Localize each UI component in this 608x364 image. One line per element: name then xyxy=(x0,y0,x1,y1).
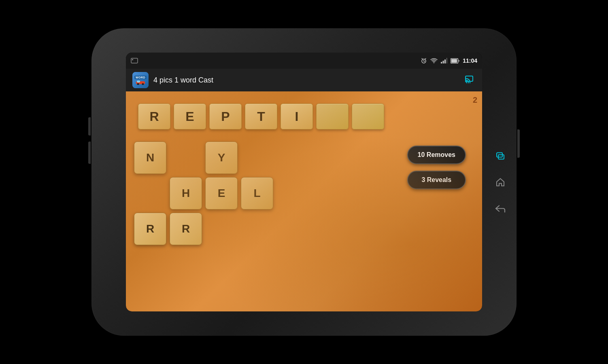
svg-rect-6 xyxy=(443,61,444,63)
status-right: 11:04 xyxy=(421,57,477,64)
battery-icon xyxy=(451,58,459,63)
home-icon[interactable] xyxy=(492,175,508,189)
status-left xyxy=(131,58,138,63)
nav-buttons-container xyxy=(492,149,508,216)
app-title: 4 pics 1 word Cast xyxy=(153,76,460,85)
alarm-icon xyxy=(421,57,427,64)
wifi-icon xyxy=(430,58,438,63)
status-bar: 11:04 xyxy=(126,53,482,69)
svg-rect-8 xyxy=(446,58,448,63)
letter-tile-h[interactable]: H xyxy=(170,177,202,210)
svg-rect-5 xyxy=(441,62,442,63)
status-time: 11:04 xyxy=(463,57,477,64)
svg-rect-2 xyxy=(131,58,138,63)
volume-up-button[interactable] xyxy=(88,117,91,135)
svg-rect-10 xyxy=(451,59,457,63)
volume-down-button[interactable] xyxy=(88,142,91,164)
svg-rect-3 xyxy=(132,59,133,60)
letter-tile-y[interactable]: Y xyxy=(205,142,238,174)
answer-tile-blank-2[interactable] xyxy=(352,104,384,129)
answer-tile-t[interactable]: T xyxy=(245,104,277,129)
reveals-button[interactable]: 3 Reveals xyxy=(407,171,466,189)
answer-tile-e[interactable]: E xyxy=(174,104,206,129)
phone-screen: 11:04 WORD xyxy=(126,53,482,311)
letter-tile-r2[interactable]: R xyxy=(170,213,202,245)
letter-slot-empty-5 xyxy=(241,213,273,245)
app-bar: WORD 4 pics 1 word Cast xyxy=(126,69,482,91)
svg-rect-7 xyxy=(444,59,446,63)
letter-tile-e2[interactable]: E xyxy=(205,177,238,210)
letter-slot-empty-4 xyxy=(205,213,238,245)
answer-tile-r[interactable]: R xyxy=(138,104,170,129)
letter-tile-r1[interactable]: R xyxy=(134,213,166,245)
level-badge: 2 xyxy=(473,95,477,105)
letter-tile-l[interactable]: L xyxy=(241,177,273,210)
app-icon: WORD xyxy=(132,72,149,88)
signal-icon xyxy=(441,58,447,63)
removes-button[interactable]: 10 Removes xyxy=(407,146,466,164)
cast-icon[interactable] xyxy=(465,75,476,86)
game-area: 2 R E P T I N Y xyxy=(126,91,482,311)
powerup-buttons: 10 Removes 3 Reveals xyxy=(407,146,474,189)
letter-slot-empty-1 xyxy=(170,142,202,174)
answer-tile-i[interactable]: I xyxy=(281,104,313,129)
letter-grid-container: N Y H E L R R xyxy=(134,142,474,245)
answer-tile-blank-1[interactable] xyxy=(316,104,349,129)
back-icon[interactable] xyxy=(492,201,508,216)
letter-tile-n[interactable]: N xyxy=(134,142,166,174)
recent-apps-icon[interactable] xyxy=(492,149,508,163)
letter-slot-empty-3 xyxy=(134,177,166,210)
power-button[interactable] xyxy=(517,129,520,158)
answer-row: R E P T I xyxy=(134,104,474,129)
letter-grid: N Y H E L R R xyxy=(134,142,273,245)
letter-slot-empty-2 xyxy=(241,142,273,174)
phone-device: 11:04 WORD xyxy=(91,28,517,336)
svg-rect-14 xyxy=(137,80,140,83)
answer-tile-p[interactable]: P xyxy=(209,104,242,129)
